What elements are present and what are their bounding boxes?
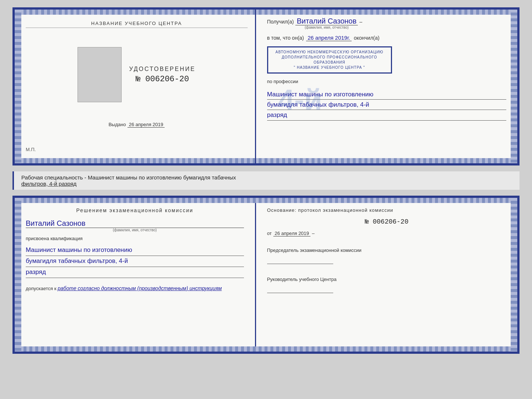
predsedatel-label: Председатель экзаменационной комиссии [267,247,506,253]
predsedatel-block: Председатель экзаменационной комиссии [267,247,506,264]
dopuskaetsya-value: работе согласно должностным (производств… [58,285,222,291]
udost-block: УДОСТОВЕРЕНИЕ № 006206-20 [129,66,195,84]
name-block-bottom: Виталий Сазонов (фамилия, имя, отчество) [26,219,244,232]
dash-1: – [359,19,362,25]
cert-left-panel: НАЗВАНИЕ УЧЕБНОГО ЦЕНТРА УДОСТОВЕРЕНИЕ №… [15,10,256,163]
dopuskaetsya-block: допускается к работе согласно должностны… [26,285,244,291]
udost-number: № 006206-20 [129,75,195,84]
vtom-label: в том, что он(а) [267,35,304,41]
profession-line3: разряд [267,110,506,120]
profession-block-top: Машинист машины по изготовлению бумагидл… [267,89,506,121]
ot-line: от 26 апреля 2019 – [267,231,506,236]
org-name-top: НАЗВАНИЕ УЧЕБНОГО ЦЕНТРА [26,21,248,28]
rukovoditel-label: Руководитель учебного Центра [267,277,506,282]
top-certificate: НАЗВАНИЕ УЧЕБНОГО ЦЕНТРА УДОСТОВЕРЕНИЕ №… [12,7,520,165]
cert-bottom-left: Решением экзаменационной комиссии Витали… [15,198,256,352]
name-sub-bottom: (фамилия, имя, отчество) [26,228,244,232]
vtom-date: 26 апреля 2019г. [306,35,352,41]
middle-text-1: Рабочая специальность - Машинист машины … [21,174,236,181]
qual-line2: бумагидля табачных фильтров, 4-й [26,256,244,267]
recipient-name-top: Виталий Сазонов [295,17,358,25]
osnovanie-label: Основание: протокол экзаменационной коми… [267,207,506,213]
stamp-box: АВТОНОМНУЮ НЕКОММЕРЧЕСКУЮ ОРГАНИЗАЦИЮ ДО… [267,46,392,74]
profession-line1: Машинист машины по изготовлению [267,89,506,100]
prisvoyena-label: присвоена квалификация [26,236,244,241]
ot-label: от [267,231,272,236]
poluchil-label: Получил(а) [267,19,294,25]
stamp-line1: АВТОНОМНУЮ НЕКОММЕРЧЕСКУЮ ОРГАНИЗАЦИЮ [272,50,387,55]
name-handwritten-bottom: Виталий Сазонов [26,219,244,228]
okonchil-label: окончил(а) [354,35,380,41]
vtom-line: в том, что он(а) 26 апреля 2019г. окончи… [267,35,506,41]
cert-bottom-right: Основание: протокол экзаменационной коми… [256,198,517,352]
po-professii: по профессии [267,79,506,84]
qual-line3: разряд [26,267,244,278]
photo-placeholder [78,47,122,102]
middle-text-2: фильтров, 4-й разряд [21,181,76,187]
ot-date: 26 апреля 2019 [273,231,311,236]
rukovoditel-block: Руководитель учебного Центра [267,277,506,293]
poluchil-line: Получил(а) Виталий Сазонов (фамилия, имя… [267,17,506,29]
rukovoditel-signature [267,286,333,293]
vydano-block: Выдано 26 апреля 2019 [108,122,165,128]
vydano-label: Выдано [108,122,126,127]
bottom-certificate: Решением экзаменационной комиссии Витали… [12,196,520,354]
dopuskaetsya-label: допускается к [26,286,56,291]
bottom-cert-left-edge [15,198,21,352]
stamp-area: 4-й АВТОНОМНУЮ НЕКОММЕРЧЕСКУЮ ОРГАНИЗАЦИ… [267,46,506,74]
qualification-block: Машинист машины по изготовлению бумагидл… [26,245,244,278]
cert-right-panel: Получил(а) Виталий Сазонов (фамилия, имя… [256,10,517,163]
recipient-name-sub-top: (фамилия, имя, отчество) [295,25,358,29]
ot-dash: – [312,231,314,236]
middle-label: Рабочая специальность - Машинист машины … [12,171,520,190]
right-edge-decoration-bottom [511,198,517,352]
vydano-date: 26 апреля 2019 [127,122,165,128]
protocol-number: № 006206-20 [267,218,506,225]
stamp-line2: ДОПОЛНИТЕЛЬНОГО ПРОФЕССИОНАЛЬНОГО ОБРАЗО… [272,55,387,65]
right-edge-decoration-top [511,10,517,163]
resheniem-title: Решением экзаменационной комиссии [26,207,244,213]
mp-label: М.П. [26,147,36,152]
profession-line2: бумагидля табачных фильтров, 4-й [267,100,506,110]
udost-title: УДОСТОВЕРЕНИЕ [129,66,195,72]
qual-line1: Машинист машины по изготовлению [26,245,244,256]
stamp-line3: " НАЗВАНИЕ УЧЕБНОГО ЦЕНТРА " [272,65,387,70]
predsedatel-signature [267,257,333,264]
